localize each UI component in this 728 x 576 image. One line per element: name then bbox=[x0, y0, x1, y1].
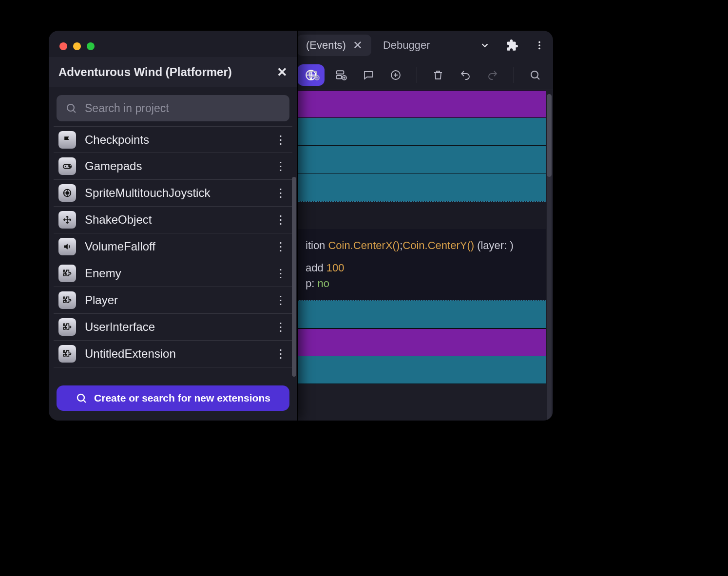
item-more-icon[interactable]: ⋮ bbox=[275, 293, 287, 307]
create-search-extensions-button[interactable]: Create or search for new extensions bbox=[57, 385, 289, 411]
item-more-icon[interactable]: ⋮ bbox=[275, 267, 287, 280]
extension-item-shakeobject[interactable]: ShakeObject ⋮ bbox=[54, 207, 292, 233]
app-window: (Events) ✕ Debugger bbox=[49, 31, 553, 421]
item-more-icon[interactable]: ⋮ bbox=[275, 186, 287, 200]
svg-rect-7 bbox=[336, 76, 342, 79]
event-row[interactable] bbox=[297, 118, 546, 146]
puzzle-icon bbox=[58, 265, 76, 282]
item-more-icon[interactable]: ⋮ bbox=[275, 159, 287, 173]
event-actions[interactable]: ition Coin.CenterX();Coin.CenterY() (lay… bbox=[298, 229, 546, 300]
search-field[interactable] bbox=[57, 95, 289, 121]
svg-point-17 bbox=[77, 394, 84, 401]
puzzle-icon bbox=[58, 318, 76, 336]
tab-debugger-label: Debugger bbox=[383, 39, 430, 52]
event-action-line: add 100 bbox=[306, 260, 538, 276]
tab-debugger[interactable]: Debugger bbox=[374, 35, 439, 56]
event-group-header[interactable] bbox=[297, 328, 546, 356]
puzzle-icon bbox=[58, 345, 76, 363]
extension-item-gamepads[interactable]: Gamepads ⋮ bbox=[54, 153, 292, 180]
event-action-line: p: no bbox=[306, 276, 538, 291]
trash-icon[interactable] bbox=[429, 66, 447, 84]
svg-point-11 bbox=[67, 104, 74, 111]
redo-icon[interactable] bbox=[483, 66, 502, 84]
project-panel: Adventurous Wind (Platformer) ✕ Checkpoi… bbox=[49, 31, 298, 421]
event-subgroup: ition Coin.CenterX();Coin.CenterY() (lay… bbox=[297, 201, 546, 301]
tab-events[interactable]: (Events) ✕ bbox=[297, 35, 371, 56]
extensions-icon[interactable] bbox=[505, 38, 519, 52]
search-input[interactable] bbox=[85, 102, 281, 115]
item-more-icon[interactable]: ⋮ bbox=[275, 347, 287, 361]
move-icon bbox=[58, 211, 76, 229]
event-row[interactable] bbox=[297, 356, 546, 384]
extension-label: Gamepads bbox=[85, 159, 266, 173]
item-more-icon[interactable]: ⋮ bbox=[275, 213, 287, 227]
maximize-window-button[interactable] bbox=[87, 42, 95, 50]
event-group-header[interactable] bbox=[297, 90, 546, 118]
add-event-icon[interactable] bbox=[386, 66, 405, 84]
panel-header: Adventurous Wind (Platformer) ✕ bbox=[49, 57, 297, 87]
undo-icon[interactable] bbox=[456, 66, 475, 84]
extension-item-userinterface[interactable]: UserInterface ⋮ bbox=[54, 314, 292, 341]
extension-label: Player bbox=[85, 293, 266, 307]
event-action-line: ition Coin.CenterX();Coin.CenterY() (lay… bbox=[306, 238, 538, 253]
extension-label: SpriteMultitouchJoystick bbox=[85, 186, 266, 200]
extension-item-player[interactable]: Player ⋮ bbox=[54, 287, 292, 314]
toolbar-separator bbox=[417, 67, 417, 83]
panel-scrollbar-thumb[interactable] bbox=[292, 177, 296, 377]
tab-events-label: (Events) bbox=[306, 39, 346, 52]
svg-point-2 bbox=[538, 48, 540, 50]
toolbar-separator bbox=[514, 67, 514, 83]
minimize-window-button[interactable] bbox=[73, 42, 81, 50]
extension-item-untitled[interactable]: UntitledExtension ⋮ bbox=[54, 341, 292, 367]
flag-icon bbox=[58, 131, 76, 149]
add-condition-icon[interactable] bbox=[305, 66, 323, 84]
svg-point-16 bbox=[66, 192, 69, 194]
svg-rect-6 bbox=[336, 71, 344, 74]
puzzle-icon bbox=[58, 291, 76, 309]
comment-icon[interactable] bbox=[359, 66, 378, 84]
joystick-icon bbox=[58, 184, 76, 202]
close-tab-icon[interactable]: ✕ bbox=[353, 38, 363, 52]
more-vert-icon[interactable] bbox=[533, 38, 546, 52]
extension-label: ShakeObject bbox=[85, 213, 266, 227]
cta-label: Create or search for new extensions bbox=[94, 392, 270, 404]
event-row[interactable] bbox=[297, 173, 546, 201]
tab-bar-right bbox=[478, 31, 546, 60]
svg-point-14 bbox=[70, 166, 71, 167]
gamepad-icon bbox=[58, 157, 76, 175]
close-window-button[interactable] bbox=[59, 42, 67, 50]
close-panel-button[interactable]: ✕ bbox=[277, 65, 287, 80]
extensions-list: Checkpoints ⋮ Gamepads ⋮ SpriteMultitouc… bbox=[49, 126, 297, 379]
extension-item-joystick[interactable]: SpriteMultitouchJoystick ⋮ bbox=[54, 180, 292, 207]
svg-point-10 bbox=[531, 71, 538, 78]
extension-item-enemy[interactable]: Enemy ⋮ bbox=[54, 260, 292, 287]
search-icon bbox=[76, 392, 87, 404]
event-row[interactable] bbox=[297, 301, 546, 328]
search-icon bbox=[65, 102, 77, 114]
item-more-icon[interactable]: ⋮ bbox=[275, 240, 287, 253]
panel-title: Adventurous Wind (Platformer) bbox=[58, 65, 232, 79]
add-action-icon[interactable] bbox=[332, 66, 350, 84]
extension-label: UntitledExtension bbox=[85, 347, 266, 361]
event-row[interactable] bbox=[297, 146, 546, 173]
volume-icon bbox=[58, 238, 76, 255]
extension-label: VolumeFalloff bbox=[85, 240, 266, 253]
svg-point-0 bbox=[538, 41, 540, 43]
item-more-icon[interactable]: ⋮ bbox=[275, 133, 287, 147]
extension-label: Checkpoints bbox=[85, 133, 266, 147]
event-sheet: ition Coin.CenterX();Coin.CenterY() (lay… bbox=[297, 90, 546, 414]
extension-item-volumefalloff[interactable]: VolumeFalloff ⋮ bbox=[54, 233, 292, 260]
toolbar-right bbox=[305, 60, 544, 90]
svg-point-1 bbox=[538, 44, 540, 46]
extension-item-checkpoints[interactable]: Checkpoints ⋮ bbox=[54, 126, 292, 153]
event-row[interactable] bbox=[298, 202, 546, 229]
search-icon[interactable] bbox=[526, 66, 544, 84]
extension-label: Enemy bbox=[85, 267, 266, 280]
item-more-icon[interactable]: ⋮ bbox=[275, 320, 287, 334]
sheet-scrollbar-thumb[interactable] bbox=[547, 94, 552, 177]
chevron-down-icon[interactable] bbox=[478, 38, 492, 52]
window-controls bbox=[59, 42, 95, 50]
extension-label: UserInterface bbox=[85, 320, 266, 334]
